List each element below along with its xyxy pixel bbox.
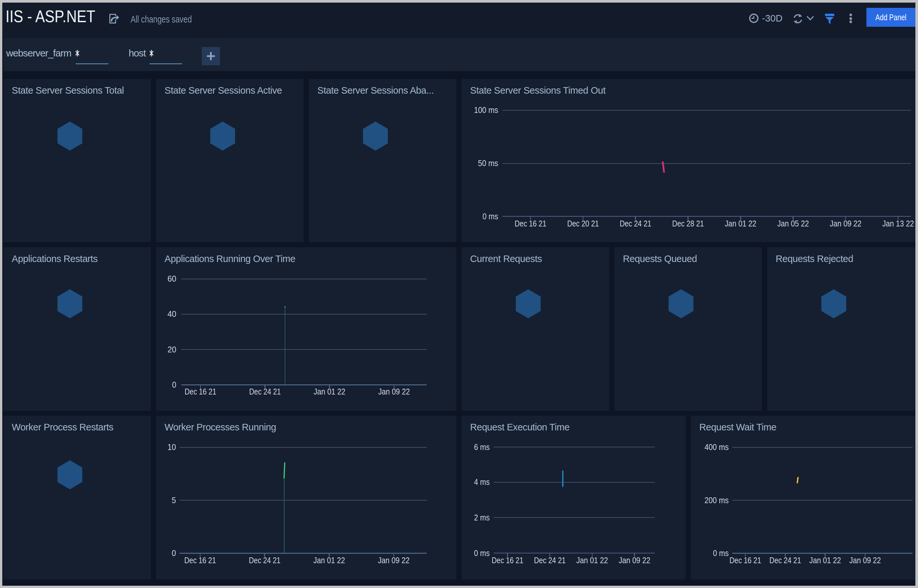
svg-text:0 ms: 0 ms xyxy=(713,548,729,558)
svg-text:Jan 01 22: Jan 01 22 xyxy=(809,556,841,565)
svg-text:200 ms: 200 ms xyxy=(704,495,729,505)
svg-text:Dec 24 21: Dec 24 21 xyxy=(769,556,801,565)
svg-text:Jan 09 22: Jan 09 22 xyxy=(849,556,881,565)
svg-text:400 ms: 400 ms xyxy=(704,442,729,452)
svg-text:Dec 16 21: Dec 16 21 xyxy=(730,556,761,565)
